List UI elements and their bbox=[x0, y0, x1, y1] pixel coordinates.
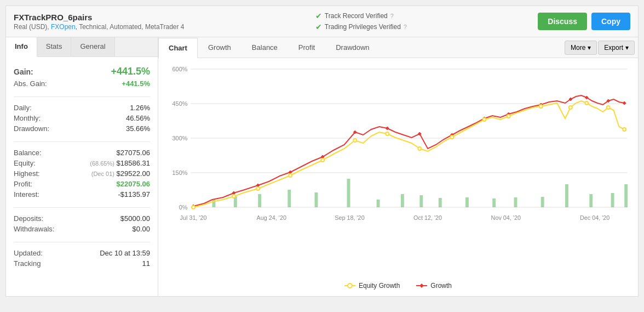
tab-info[interactable]: Info bbox=[6, 37, 37, 57]
tracking-row: Tracking 11 bbox=[14, 258, 150, 269]
left-panel: Info Stats General Gain: +441.5% Abs. Ga… bbox=[6, 37, 158, 296]
svg-rect-25 bbox=[439, 198, 442, 207]
track-record-label: Track Record Verified bbox=[325, 12, 388, 20]
updated-label: Updated: bbox=[14, 249, 43, 257]
svg-text:0%: 0% bbox=[179, 204, 188, 211]
discuss-button[interactable]: Discuss bbox=[538, 13, 587, 30]
highest-date: (Dec 01) bbox=[91, 171, 114, 177]
right-panel: Chart Growth Balance Profit Drawdown Mor… bbox=[158, 37, 638, 296]
ctab-profit[interactable]: Profit bbox=[288, 37, 325, 58]
withdrawals-row: Withdrawals: $0.00 bbox=[14, 224, 150, 234]
growth-label: Growth bbox=[430, 282, 452, 290]
export-button[interactable]: Export ▾ bbox=[598, 41, 635, 55]
svg-text:Nov 04, '20: Nov 04, '20 bbox=[491, 214, 521, 221]
svg-rect-31 bbox=[589, 194, 593, 207]
svg-point-58 bbox=[450, 135, 453, 139]
highest-value: (Dec 01) $29522.00 bbox=[91, 169, 150, 178]
svg-rect-20 bbox=[314, 192, 318, 207]
svg-rect-26 bbox=[465, 197, 469, 207]
svg-point-50 bbox=[192, 206, 195, 209]
svg-point-67 bbox=[348, 283, 352, 288]
svg-rect-24 bbox=[419, 195, 423, 207]
export-label: Export bbox=[604, 44, 623, 52]
balance-row: Balance: $27075.06 bbox=[14, 148, 150, 158]
svg-point-56 bbox=[386, 132, 389, 135]
divider-4 bbox=[14, 242, 150, 242]
divider-3 bbox=[14, 207, 150, 208]
account-section: Balance: $27075.06 Equity: (68.65%) $185… bbox=[14, 148, 150, 200]
check-icon-2: ✔ bbox=[315, 22, 322, 31]
chart-nav: Chart Growth Balance Profit Drawdown Mor… bbox=[158, 37, 638, 58]
gain-label: Gain: bbox=[14, 67, 33, 76]
chart-svg: .axis-label { font-size: 11px; fill: #88… bbox=[164, 64, 633, 250]
deposits-row: Deposits: $5000.00 bbox=[14, 213, 150, 224]
svg-point-55 bbox=[353, 139, 357, 142]
help-icon-2[interactable]: ? bbox=[404, 24, 407, 30]
trading-privileges-verified: ✔ Trading Privileges Verified ? bbox=[315, 22, 407, 31]
gain-value: +441.5% bbox=[111, 66, 150, 77]
svg-point-59 bbox=[482, 118, 486, 121]
balance-label: Balance: bbox=[14, 149, 42, 157]
svg-point-52 bbox=[256, 187, 260, 190]
svg-rect-21 bbox=[347, 179, 350, 207]
balance-value: $27075.06 bbox=[117, 149, 150, 157]
gain-row: Gain: +441.5% bbox=[14, 65, 150, 78]
help-icon-1[interactable]: ? bbox=[390, 13, 394, 19]
header-buttons: Discuss Copy bbox=[538, 13, 630, 30]
svg-rect-22 bbox=[377, 200, 380, 207]
svg-rect-33 bbox=[624, 184, 628, 207]
svg-text:Jul 31, '20: Jul 31, '20 bbox=[180, 214, 207, 221]
monthly-row: Monthly: 46.56% bbox=[14, 113, 150, 123]
updated-row: Updated: Dec 10 at 13:59 bbox=[14, 248, 150, 258]
fxopen-link[interactable]: FXOpen bbox=[51, 23, 76, 31]
svg-point-54 bbox=[321, 158, 324, 162]
more-label: More bbox=[571, 44, 585, 52]
svg-marker-49 bbox=[623, 101, 626, 105]
svg-text:450%: 450% bbox=[173, 100, 188, 107]
left-tab-nav: Info Stats General bbox=[6, 37, 158, 57]
ctab-chart[interactable]: Chart bbox=[158, 38, 198, 58]
abs-gain-label: Abs. Gain: bbox=[14, 80, 47, 88]
verified-section: ✔ Track Record Verified ? ✔ Trading Priv… bbox=[315, 12, 407, 31]
highest-label: Highest: bbox=[14, 169, 40, 178]
drawdown-row: Drawdown: 35.66% bbox=[14, 123, 150, 134]
svg-rect-18 bbox=[258, 194, 261, 207]
tab-stats[interactable]: Stats bbox=[37, 37, 72, 56]
tab-general[interactable]: General bbox=[71, 37, 114, 56]
daily-label: Daily: bbox=[14, 104, 32, 112]
svg-point-57 bbox=[418, 147, 421, 150]
tracking-label: Tracking bbox=[14, 259, 41, 268]
copy-button[interactable]: Copy bbox=[591, 13, 630, 30]
legend-growth: Growth bbox=[416, 282, 452, 290]
track-record-verified: ✔ Track Record Verified ? bbox=[315, 12, 407, 20]
monthly-value: 46.56% bbox=[126, 114, 150, 122]
trading-privileges-label: Trading Privileges Verified bbox=[325, 23, 401, 31]
ctab-balance[interactable]: Balance bbox=[242, 37, 288, 58]
svg-marker-69 bbox=[419, 283, 424, 288]
svg-text:600%: 600% bbox=[173, 66, 188, 72]
divider-1 bbox=[14, 97, 150, 97]
more-button[interactable]: More ▾ bbox=[565, 41, 597, 55]
ctab-growth[interactable]: Growth bbox=[198, 37, 242, 58]
svg-rect-30 bbox=[565, 184, 568, 207]
svg-point-61 bbox=[539, 105, 543, 108]
drawdown-label: Drawdown: bbox=[14, 124, 49, 133]
svg-point-51 bbox=[232, 195, 235, 198]
svg-text:150%: 150% bbox=[173, 169, 188, 176]
tracking-value: 11 bbox=[142, 259, 150, 268]
highest-row: Highest: (Dec 01) $29522.00 bbox=[14, 168, 150, 179]
equity-growth-icon bbox=[344, 282, 355, 289]
chart-nav-right: More ▾ Export ▾ bbox=[565, 41, 638, 55]
ctab-drawdown[interactable]: Drawdown bbox=[325, 37, 380, 58]
svg-point-62 bbox=[569, 106, 572, 109]
equity-pct: (68.65%) bbox=[90, 160, 114, 167]
interest-value: -$1135.97 bbox=[118, 190, 150, 198]
svg-point-60 bbox=[507, 115, 510, 118]
svg-rect-29 bbox=[541, 197, 544, 207]
subtitle: Real (USD), FXOpen, Technical, Automated… bbox=[14, 23, 185, 31]
header: FXTrackPRO_6pairs Real (USD), FXOpen, Te… bbox=[6, 6, 638, 37]
svg-point-63 bbox=[585, 101, 588, 105]
equity-growth-label: Equity Growth bbox=[359, 282, 400, 290]
svg-rect-19 bbox=[288, 190, 291, 207]
withdrawals-label: Withdrawals: bbox=[14, 225, 54, 233]
